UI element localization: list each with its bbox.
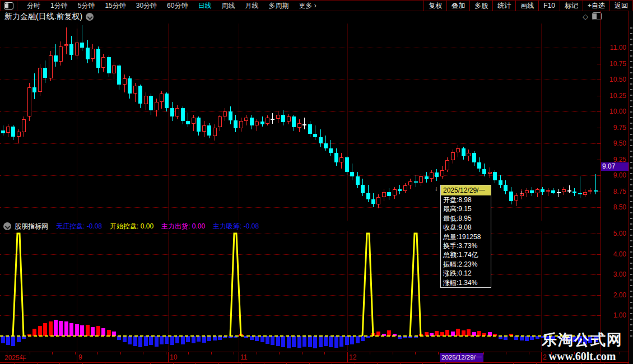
candlestick (361, 185, 365, 193)
candlestick (223, 111, 227, 116)
period-tab-30分钟[interactable]: 30分钟 (131, 1, 162, 11)
period-tab-日线[interactable]: 日线 (193, 1, 216, 11)
signal-arrow-icon: ↓ (435, 185, 438, 191)
period-tab-多周期[interactable]: 多周期 (263, 1, 294, 11)
candlestick (287, 116, 291, 122)
price-gridline (0, 80, 601, 80)
month-tick (347, 352, 348, 362)
candlestick (302, 124, 306, 125)
price-gridline (0, 111, 601, 112)
watermark-site-name: 乐淘公式网 (542, 330, 623, 350)
candlestick (376, 197, 380, 204)
time-tick (52, 352, 53, 354)
price-gridline (0, 48, 601, 48)
indicator-legend: 无庄控盘: -0.08开始控盘: 0.00主力出货: 0.00主力吸筹: -0.… (48, 222, 259, 231)
candlestick (186, 121, 190, 124)
candlestick (192, 118, 196, 124)
candlestick (22, 119, 26, 132)
legend-item: 无庄控盘: -0.08 (56, 222, 102, 230)
candlestick (308, 124, 312, 134)
candlestick (276, 115, 280, 119)
toolbar-button-统计[interactable]: 统计 (492, 1, 515, 11)
indicator-header: 股朋指标网 无庄控盘: -0.08开始控盘: 0.00主力出货: 0.00主力吸… (0, 222, 601, 231)
period-tab-月线[interactable]: 月线 (240, 1, 263, 11)
price-axis-label: 10.75 (603, 60, 626, 68)
chart-titlebar: 新力金融(日线.前复权) (0, 11, 601, 23)
period-tab-1分钟[interactable]: 1分钟 (45, 1, 73, 11)
candlestick (170, 108, 174, 116)
legend-item: 开始控盘: 0.00 (110, 222, 153, 230)
candlestick (244, 118, 248, 121)
time-axis[interactable]: 2025/12/29/一 2025年91011122 (0, 352, 633, 363)
period-tab-更多 ›[interactable]: 更多 › (294, 1, 321, 11)
candlestick (541, 189, 544, 192)
axis-tick (597, 96, 601, 96)
candlestick (546, 190, 550, 192)
toolbar-button-标记[interactable]: 标记 (560, 1, 583, 11)
tooltip-row: 最低:8.95 (441, 214, 491, 223)
toolbar-button-画线[interactable]: 画线 (515, 1, 538, 11)
time-axis-label: 2025年 (4, 353, 26, 363)
time-tick (302, 352, 302, 354)
candlestick (64, 44, 68, 46)
ohlc-tooltip: 2025/12/29/一 开盘:8.98最高:9.15最低:8.95收盘:9.0… (440, 185, 491, 288)
time-axis-label: 12 (349, 353, 356, 361)
candlestick (260, 122, 264, 124)
candle-wick (188, 113, 188, 127)
panel-toggle-icon[interactable] (4, 2, 13, 10)
month-tick (168, 352, 169, 362)
candlestick (96, 49, 100, 68)
candlestick (472, 153, 476, 162)
period-tabs: 分时1分钟5分钟15分钟30分钟60分钟日线周线月线多周期更多 › (22, 1, 322, 11)
candlestick-chart[interactable]: ↓↓ (0, 24, 601, 221)
period-tab-周线[interactable]: 周线 (216, 1, 240, 11)
price-axis-label: 8.50 (603, 203, 626, 211)
candlestick (160, 94, 164, 102)
candlestick (11, 127, 15, 137)
divider (17, 1, 17, 11)
time-axis-label: 9 (78, 353, 82, 361)
candlestick (499, 180, 502, 185)
chevron-down-icon[interactable] (3, 222, 11, 230)
candlestick (403, 185, 407, 191)
indicator-chart[interactable] (0, 231, 601, 351)
candlestick (292, 116, 296, 127)
candlestick (123, 78, 127, 85)
stock-title: 新力金融(日线.前复权) (4, 12, 82, 22)
time-tick (324, 352, 325, 354)
candle-wick (569, 185, 570, 193)
toolbar-button-复权[interactable]: 复权 (423, 1, 446, 11)
candlestick (38, 68, 42, 92)
candlestick (488, 172, 492, 174)
time-tick (211, 352, 212, 354)
toolbar-button-返回[interactable]: 返回 (609, 1, 632, 11)
period-tab-分时[interactable]: 分时 (22, 1, 45, 11)
time-tick (188, 352, 189, 354)
period-tab-5分钟[interactable]: 5分钟 (73, 1, 100, 11)
diamond-icon[interactable]: ◇ (583, 12, 588, 21)
indicator-name: 股朋指标网 (15, 222, 48, 231)
period-tab-60分钟[interactable]: 60分钟 (162, 1, 193, 11)
candlestick (69, 44, 73, 55)
toolbar-button-+自选[interactable]: +自选 (583, 1, 609, 11)
tooltip-row: 最高:9.15 (441, 204, 491, 213)
candlestick (271, 119, 274, 120)
toolbar-button-叠加[interactable]: 叠加 (446, 1, 469, 11)
candlestick (17, 132, 21, 137)
time-tick (30, 352, 30, 354)
tooltip-row: 涨跌:0.12 (441, 269, 491, 278)
candlestick (75, 43, 79, 55)
cropped-right-panel (629, 11, 633, 364)
toolbar-button-多股[interactable]: 多股 (469, 1, 492, 11)
toolbar-button-F10[interactable]: F10 (538, 1, 560, 11)
site-watermark: 乐淘公式网 www.60lt.com (542, 330, 623, 363)
chevron-down-icon[interactable] (86, 13, 94, 21)
watermark-url: www.60lt.com (542, 350, 623, 363)
tooltip-date: 2025/12/29/一 (441, 185, 491, 195)
time-tick (506, 352, 506, 354)
time-axis-label: 11 (240, 353, 247, 361)
candlestick (551, 190, 555, 193)
time-tick (143, 352, 143, 354)
axis-tick (597, 143, 601, 144)
period-tab-15分钟[interactable]: 15分钟 (100, 1, 131, 11)
